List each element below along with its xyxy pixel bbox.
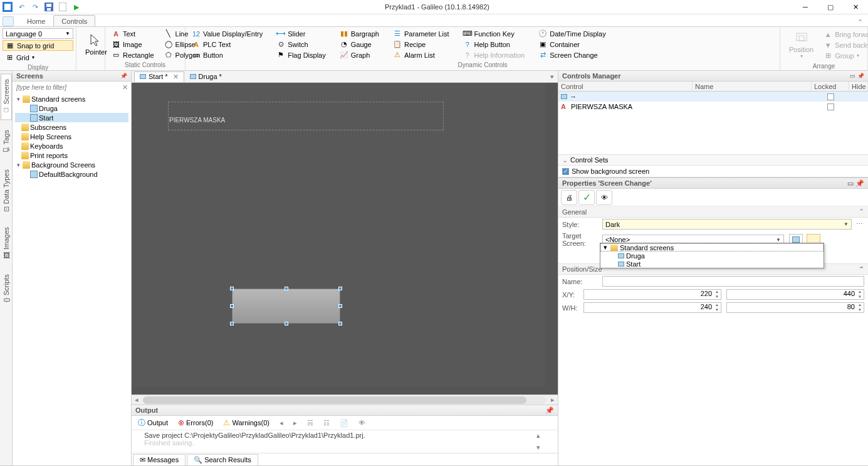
close-button[interactable]: ✕	[843, 0, 868, 14]
text-tool[interactable]: AText	[109, 29, 157, 39]
dd-start[interactable]: Start	[600, 260, 824, 268]
pin-icon[interactable]: 📌	[545, 406, 554, 415]
datetime-tool[interactable]: 🕐Date/Time Display	[536, 29, 608, 39]
output-button[interactable]: ⓘOutput	[134, 416, 172, 430]
tree-keyboards[interactable]: Keyboards	[15, 141, 128, 151]
close-tab-icon[interactable]: ✕	[173, 73, 179, 81]
gauge-tool[interactable]: ◔Gauge	[337, 40, 382, 50]
locked-checkbox[interactable]	[827, 103, 834, 110]
container-tool[interactable]: ▣Container	[536, 40, 608, 50]
doc-tab-druga[interactable]: Druga *	[184, 71, 227, 82]
scroll-left-icon[interactable]: ◂	[132, 396, 142, 404]
col-name[interactable]: Name	[693, 82, 812, 91]
maximize-button[interactable]: ▢	[818, 0, 843, 14]
scroll-down-icon[interactable]: ▾	[536, 443, 545, 452]
h-input[interactable]: 80▲▼	[726, 302, 864, 313]
resize-handle[interactable]	[338, 304, 342, 308]
save-icon[interactable]	[44, 2, 54, 12]
search-results-tab[interactable]: 🔍Search Results	[187, 454, 258, 465]
props-preview-button[interactable]: 👁	[596, 190, 612, 205]
props-tool-button[interactable]: 🖨	[561, 190, 577, 205]
pin-icon[interactable]: ▭ 📌	[847, 179, 864, 188]
doc-tab-start[interactable]: Start *✕	[134, 71, 184, 82]
locked-checkbox[interactable]	[827, 93, 834, 100]
file-tab-button[interactable]	[3, 16, 14, 26]
scroll-right-icon[interactable]: ▸	[548, 396, 558, 404]
alarm-list-tool[interactable]: ⚠Alarm List	[390, 50, 452, 60]
vtab-scripts[interactable]: {}Scripts	[1, 269, 11, 307]
tree-help-screens[interactable]: Help Screens	[15, 132, 128, 141]
flag-display-tool[interactable]: ⚑Flag Display	[274, 50, 328, 60]
vtab-tags[interactable]: 🏷Tags	[1, 125, 11, 159]
graph-tool[interactable]: 📈Graph	[337, 50, 382, 60]
group-button[interactable]: ⊞Group▾	[821, 51, 868, 61]
warnings-button[interactable]: ⚠Warnings(0)	[219, 417, 273, 428]
function-key-tool[interactable]: ⌨Function Key	[461, 29, 528, 39]
language-dropdown[interactable]: Language 0▼	[3, 28, 73, 39]
button-tool[interactable]: ▭Button	[189, 50, 265, 60]
output-tool-icon[interactable]: ☷	[320, 418, 333, 428]
slider-tool[interactable]: ⟷Slider	[274, 29, 328, 39]
clear-filter-icon[interactable]: ✕	[121, 83, 128, 92]
resize-handle[interactable]	[338, 287, 342, 290]
screen-change-tool[interactable]: ⇄Screen Change	[536, 50, 608, 60]
nav-next-icon[interactable]: ▸	[290, 418, 301, 428]
recipe-tool[interactable]: 📋Recipe	[390, 40, 452, 50]
dd-druga[interactable]: Druga	[600, 252, 824, 260]
scroll-thumb[interactable]	[143, 396, 526, 404]
col-control[interactable]: Control	[558, 82, 693, 91]
col-hide[interactable]: Hide	[849, 82, 868, 91]
ribbon-collapse-icon[interactable]: ⌃	[857, 18, 863, 26]
col-locked[interactable]: Locked	[812, 82, 849, 91]
tabs-dropdown-icon[interactable]: ▾	[550, 73, 554, 81]
control-sets-section[interactable]: ⌄Control Sets	[558, 154, 868, 166]
help-button-tool[interactable]: ?Help Button	[461, 40, 528, 50]
general-section[interactable]: General⌃	[558, 206, 868, 218]
plc-text-tool[interactable]: APLC Text	[189, 40, 265, 50]
y-input[interactable]: 440▲▼	[726, 289, 864, 300]
redo-icon[interactable]: ↷	[30, 2, 40, 12]
undo-icon[interactable]: ↶	[16, 2, 26, 12]
param-list-tool[interactable]: ☰Parameter List	[390, 29, 452, 39]
filter-input[interactable]	[15, 83, 121, 92]
output-tool-icon[interactable]: ☵	[303, 418, 317, 428]
control-row[interactable]: APIERWSZA MASKA	[558, 102, 868, 112]
scroll-up-icon[interactable]: ▴	[536, 432, 545, 440]
tree-subscreens[interactable]: Subscreens	[15, 122, 128, 132]
w-input[interactable]: 240▲▼	[583, 302, 721, 313]
switch-tool[interactable]: ⊙Switch	[274, 40, 328, 50]
resize-handle[interactable]	[230, 304, 234, 308]
tree-druga[interactable]: Druga	[15, 103, 128, 113]
tree-start[interactable]: Start	[15, 113, 128, 122]
style-more-button[interactable]: ⋯	[854, 220, 864, 228]
vtab-images[interactable]: 🖼Images	[1, 222, 11, 264]
horizontal-scrollbar[interactable]: ◂ ▸	[132, 395, 558, 405]
resize-handle[interactable]	[230, 322, 234, 326]
resize-handle[interactable]	[230, 287, 234, 290]
vtab-datatypes[interactable]: ⊡Data Types	[1, 164, 11, 217]
tab-home[interactable]: Home	[19, 15, 53, 26]
run-icon[interactable]: ▶	[71, 2, 81, 12]
snap-to-grid-button[interactable]: ▦Snap to grid	[3, 40, 73, 51]
pin-icon[interactable]: 📌	[120, 73, 127, 79]
resize-handle[interactable]	[338, 322, 342, 326]
style-dropdown[interactable]: Dark▼	[602, 219, 852, 230]
tree-standard-screens[interactable]: ▾Standard screens	[15, 94, 128, 103]
value-display-tool[interactable]: 12Value Display/Entry	[189, 29, 265, 39]
output-search-icon[interactable]: 👁	[355, 418, 369, 428]
grid-dropdown[interactable]: ⊞Grid▾	[3, 52, 73, 63]
errors-button[interactable]: ⊗Errors(0)	[174, 417, 217, 428]
tab-controls[interactable]: Controls	[53, 15, 95, 26]
output-tool-icon[interactable]: 📄	[336, 418, 352, 428]
position-button[interactable]: Position▾	[784, 28, 818, 61]
design-canvas[interactable]: PIERWSZA MASKA	[132, 83, 558, 395]
messages-tab[interactable]: ✉Messages	[133, 454, 186, 465]
name-input[interactable]	[602, 276, 864, 287]
nav-prev-icon[interactable]: ◂	[276, 418, 287, 428]
resize-handle[interactable]	[285, 287, 288, 290]
document-icon[interactable]	[58, 2, 68, 12]
tree-bg-screens[interactable]: ▾Background Screens	[15, 160, 128, 169]
minimize-button[interactable]: ─	[793, 0, 818, 14]
props-apply-button[interactable]: ✓	[578, 190, 595, 205]
x-input[interactable]: 220▲▼	[583, 289, 721, 300]
